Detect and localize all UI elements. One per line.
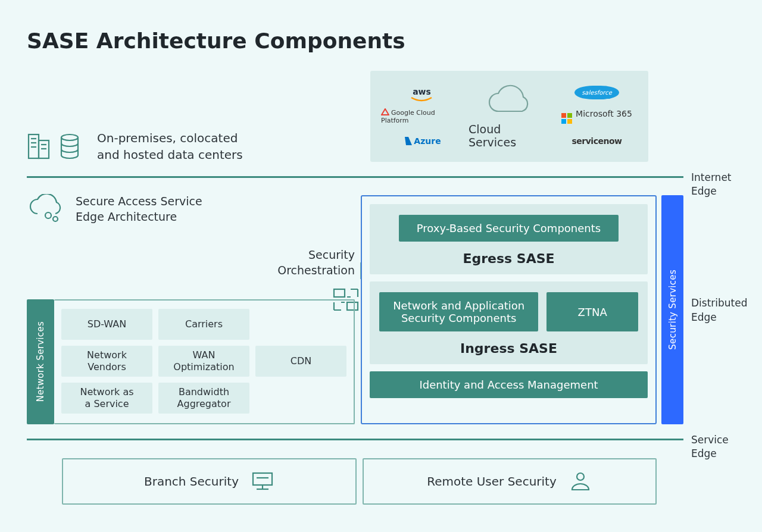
distributed-edge-label: Distributed Edge — [691, 296, 748, 325]
security-services-sidebar-label: Security Services — [667, 270, 678, 350]
user-icon — [569, 471, 592, 492]
database-icon — [59, 133, 80, 160]
svg-marker-8 — [382, 109, 389, 115]
branch-security-box: Branch Security — [62, 458, 357, 505]
ingress-sase-panel: Network and Application Security Compone… — [370, 281, 648, 364]
network-services-sidebar-label: Network Services — [35, 321, 46, 402]
logo-aws: aws — [413, 87, 431, 96]
netsvc-item: CDN — [255, 346, 346, 377]
egress-title: Egress SASE — [463, 251, 554, 266]
svg-point-18 — [577, 473, 584, 480]
onprem-line1: On-premises, colocated — [97, 130, 243, 146]
sase-architecture-label: Secure Access Service Edge Architecture — [27, 194, 202, 224]
svg-marker-9 — [405, 137, 412, 145]
logo-m365: Microsoft 365 — [561, 109, 632, 124]
sase-label-line1: Secure Access Service — [76, 194, 202, 209]
svg-point-10 — [45, 212, 51, 218]
logo-gcp: Google Cloud Platform — [381, 108, 463, 124]
network-services-sidebar: Network Services — [27, 299, 54, 424]
cloud-icon — [483, 85, 536, 118]
building-icon — [27, 133, 52, 160]
sase-box: Proxy-Based Security Components Egress S… — [361, 195, 657, 424]
cloud-services-panel: aws Cloud Services salesforce Google Clo… — [370, 71, 648, 162]
ingress-bar-left: Network and Application Security Compone… — [379, 292, 538, 331]
iam-bar: Identity and Access Management — [370, 371, 648, 398]
ingress-bar-right: ZTNA — [546, 292, 638, 331]
egress-sase-panel: Proxy-Based Security Components Egress S… — [370, 204, 648, 274]
netsvc-item: WAN Optimization — [158, 346, 249, 377]
netsvc-item: Carriers — [158, 309, 249, 340]
branch-security-label: Branch Security — [144, 474, 239, 489]
security-services-sidebar: Security Services — [661, 195, 683, 424]
remote-user-security-box: Remote User Security — [363, 458, 657, 505]
internet-edge-divider: Internet Edge — [27, 176, 683, 178]
monitor-icon — [251, 471, 274, 492]
svg-point-7 — [61, 134, 78, 140]
logo-salesforce: salesforce — [574, 87, 619, 96]
netsvc-item: Network as a Service — [61, 383, 152, 414]
logo-servicenow: servicenow — [572, 136, 622, 146]
service-edge-label: Service Edge — [691, 433, 729, 461]
svg-point-11 — [53, 217, 58, 221]
sase-label-line2: Edge Architecture — [76, 209, 202, 225]
cloud-services-label: Cloud Services — [469, 123, 550, 149]
service-edge-divider: Service Edge — [27, 439, 683, 440]
onprem-line2: and hosted data centers — [97, 146, 243, 163]
onprem-block: On-premises, colocated and hosted data c… — [27, 130, 243, 163]
ingress-title: Ingress SASE — [460, 341, 557, 356]
security-orchestration-label: Security Orchestration — [277, 248, 355, 278]
svg-rect-12 — [334, 289, 345, 297]
page-title: SASE Architecture Components — [27, 29, 405, 53]
netsvc-item: SD-WAN — [61, 309, 152, 340]
remote-user-security-label: Remote User Security — [427, 474, 557, 489]
logo-azure: Azure — [402, 136, 441, 146]
internet-edge-label: Internet Edge — [691, 171, 732, 198]
netsvc-item: Bandwidth Aggregator — [158, 383, 249, 414]
egress-bar: Proxy-Based Security Components — [399, 215, 619, 242]
network-services-box: SD-WAN Carriers Network Vendors WAN Opti… — [54, 299, 355, 424]
cloud-gear-icon — [27, 194, 63, 223]
svg-rect-14 — [253, 473, 272, 485]
netsvc-item: Network Vendors — [61, 346, 152, 377]
